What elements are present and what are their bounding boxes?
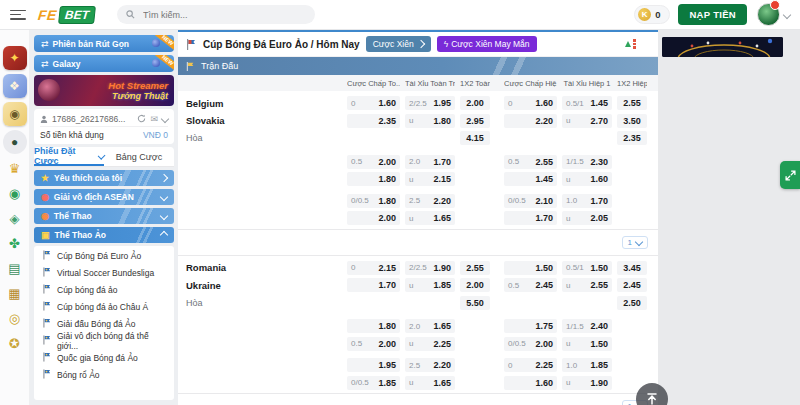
odds-cell[interactable]: u2.25 [405, 337, 455, 351]
submenu-item-2[interactable]: Cúp bóng đá ảo [34, 281, 174, 298]
refresh-icon[interactable] [137, 114, 146, 123]
clover-icon[interactable]: ✤ [4, 233, 26, 254]
promo-chest-icon[interactable]: ✦ [3, 46, 27, 70]
sidebar-menu-favorites[interactable]: ★Yêu thích của tôi [34, 170, 174, 186]
odds-cell[interactable]: 0.52.00 [347, 155, 400, 169]
odds-cell[interactable]: u1.80 [405, 114, 455, 128]
odds-cell[interactable]: 0/0.51.85 [347, 376, 400, 390]
odds-cell[interactable]: u1.65 [405, 211, 455, 225]
compact-version-button[interactable]: ⇄ Phiên bản Rút Gọn NEW [34, 35, 174, 52]
odds-cell[interactable]: 3.50 [617, 114, 647, 128]
sidebar-menu-virtual-sports[interactable]: ▣Thể Thao Ảo [34, 227, 174, 243]
gem-icon[interactable]: ◈ [4, 208, 26, 229]
odds-cell[interactable]: 01.60 [504, 96, 557, 110]
odds-cell[interactable]: 2.01.70 [405, 155, 455, 169]
odds-cell[interactable]: 0.5/11.45 [562, 96, 612, 110]
submenu-item-1[interactable]: Virtual Soccer Bundesliga [34, 264, 174, 281]
expand-panel-button[interactable] [780, 161, 800, 189]
febet-logo[interactable]: FE BET [38, 6, 95, 24]
submenu-item-4[interactable]: Giải đấu Bóng đá Ảo [34, 315, 174, 332]
crown-icon[interactable]: ♛ [4, 158, 26, 179]
green-orb-icon[interactable]: ◉ [4, 183, 26, 204]
odds-cell[interactable]: 2.00 [347, 211, 400, 225]
deposit-button[interactable]: NẠP TIỀN [678, 4, 747, 25]
mail-icon[interactable]: ✉ [150, 114, 158, 124]
odds-cell[interactable]: 2.35 [347, 114, 400, 128]
sort-icon[interactable] [625, 39, 636, 48]
galaxy-button[interactable]: ⇄ Galaxy NEW [34, 55, 174, 72]
odds-cell[interactable]: u2.05 [562, 211, 612, 225]
odds-cell[interactable]: 02.15 [347, 261, 400, 275]
odds-cell[interactable]: 0/0.52.00 [504, 337, 557, 351]
odds-cell[interactable]: 2.95 [460, 114, 490, 128]
odds-cell[interactable]: 2/2.51.95 [405, 96, 455, 110]
odds-cell[interactable]: 2.35 [617, 131, 647, 145]
submenu-item-5[interactable]: Giải vô địch bóng đá thế giới... [34, 332, 174, 349]
odds-cell[interactable]: 0.52.00 [347, 337, 400, 351]
scroll-to-top-button[interactable] [636, 383, 668, 405]
odds-cell[interactable]: u2.55 [562, 278, 612, 292]
odds-cell[interactable]: 1/1.52.40 [562, 319, 612, 333]
odds-cell[interactable]: 2.55 [460, 261, 490, 275]
card-grid-icon[interactable]: ▦ [4, 283, 26, 304]
lucky-parlay-button[interactable]: ϟ Cược Xiên May Mắn [437, 36, 537, 52]
odds-cell[interactable]: 1.80 [347, 319, 400, 333]
search-input[interactable] [141, 9, 295, 21]
odds-cell[interactable]: 2.00 [460, 96, 490, 110]
medal-icon[interactable]: ✪ [4, 333, 26, 354]
odds-cell[interactable]: 1.01.70 [562, 194, 612, 208]
page-selector[interactable]: 1 [622, 236, 648, 249]
odds-cell[interactable]: 2.01.65 [405, 319, 455, 333]
account-menu[interactable] [757, 3, 790, 26]
odds-cell[interactable]: 1.70 [347, 278, 400, 292]
submenu-item-3[interactable]: Cúp bóng đá ảo Châu Á [34, 298, 174, 315]
odds-cell[interactable]: 01.60 [347, 96, 400, 110]
gift-box-icon[interactable]: ❖ [3, 74, 27, 98]
odds-cell[interactable]: 2.52.20 [405, 358, 455, 372]
soccer-ball-icon[interactable]: ◉ [3, 102, 27, 126]
coin-ring-icon[interactable]: ◎ [4, 308, 26, 329]
odds-cell[interactable]: 0/0.52.10 [504, 194, 557, 208]
dark-ball-icon[interactable]: ● [3, 130, 27, 154]
odds-cell[interactable]: u2.70 [562, 114, 612, 128]
chevron-down-icon[interactable] [161, 114, 169, 122]
odds-cell[interactable]: 2.52.20 [405, 194, 455, 208]
sidebar-menu-asean[interactable]: ◉Giải vô địch ASEAN [34, 189, 174, 205]
roulette-banner[interactable] [662, 37, 783, 57]
odds-cell[interactable]: 1.80 [347, 172, 400, 186]
odds-cell[interactable]: u2.15 [405, 172, 455, 186]
odds-cell[interactable]: 0/0.51.80 [347, 194, 400, 208]
odds-cell[interactable]: 0.5/11.50 [562, 261, 612, 275]
parlay-button[interactable]: Cược Xiên [366, 36, 431, 52]
odds-cell[interactable]: 1.50 [504, 261, 557, 275]
tab-bet-slip[interactable]: Phiếu Đặt Cược [34, 147, 104, 166]
odds-cell[interactable]: 2.50 [617, 296, 647, 310]
odds-cell[interactable]: u1.60 [562, 172, 612, 186]
odds-cell[interactable]: 2.00 [460, 278, 490, 292]
odds-cell[interactable]: 1.45 [504, 172, 557, 186]
odds-cell[interactable]: 1.01.85 [562, 358, 612, 372]
odds-cell[interactable]: u1.90 [562, 376, 612, 390]
sidebar-menu-sports[interactable]: ◉Thể Thao [34, 208, 174, 224]
submenu-item-6[interactable]: Quốc gia Bóng đá Ảo [34, 349, 174, 366]
odds-cell[interactable]: u1.65 [405, 376, 455, 390]
odds-cell[interactable]: 0.52.45 [504, 278, 557, 292]
odds-cell[interactable]: 4.15 [460, 131, 490, 145]
odds-cell[interactable]: 3.45 [617, 261, 647, 275]
odds-cell[interactable]: 1/1.52.30 [562, 155, 612, 169]
odds-cell[interactable]: u1.50 [562, 337, 612, 351]
submenu-item-7[interactable]: Bóng rổ Ảo [34, 366, 174, 383]
odds-cell[interactable]: 0.52.55 [504, 155, 557, 169]
odds-cell[interactable]: 2.55 [617, 96, 647, 110]
odds-cell[interactable]: 2.45 [617, 278, 647, 292]
ledger-icon[interactable]: ▤ [4, 258, 26, 279]
submenu-item-0[interactable]: Cúp Bóng Đá Euro Ảo [34, 247, 174, 264]
promo-banner[interactable]: Hot Streamer Tướng Thuật [34, 75, 174, 106]
odds-cell[interactable]: 2.20 [504, 114, 557, 128]
odds-cell[interactable]: 2/2.51.90 [405, 261, 455, 275]
odds-cell[interactable]: u1.85 [405, 278, 455, 292]
odds-cell[interactable]: 5.50 [460, 296, 490, 310]
search-bar[interactable] [117, 5, 315, 24]
odds-cell[interactable]: 1.60 [504, 376, 557, 390]
account-id-row[interactable]: 17686_26217686... ✉ [40, 111, 168, 126]
